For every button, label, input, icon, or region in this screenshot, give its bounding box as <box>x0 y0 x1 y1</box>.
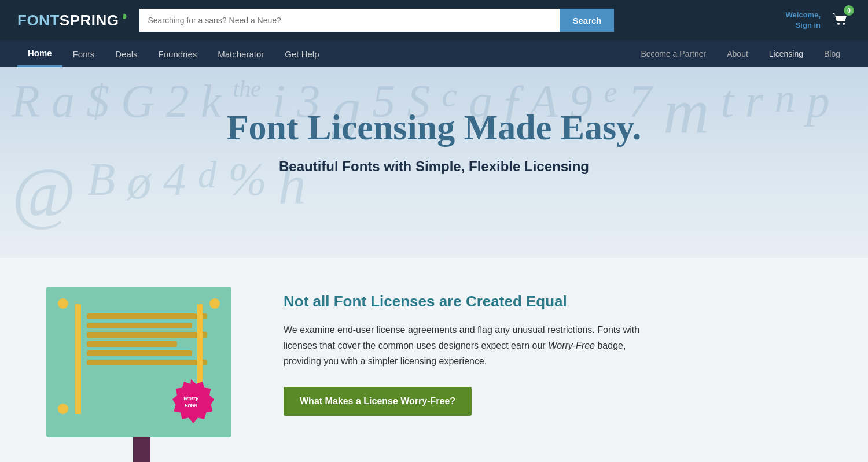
content-body: We examine end-user license agreements a… <box>284 322 642 369</box>
cert-badge-wrapper: Worry Free! <box>168 379 214 426</box>
worry-free-text: Worry-Free <box>548 341 595 350</box>
search-button[interactable]: Search <box>560 9 614 32</box>
nav-item-deals[interactable]: Deals <box>105 40 148 67</box>
nav-item-matcherator[interactable]: Matcherator <box>207 40 274 67</box>
cert-corner-bl <box>58 404 68 414</box>
worry-free-cta-button[interactable]: What Makes a License Worry-Free? <box>284 387 472 416</box>
nav-left: Home Fonts Deals Foundries Matcherator G… <box>17 40 330 67</box>
search-container: Search <box>139 9 614 32</box>
cert-ribbon-area <box>46 437 237 462</box>
cert-ribbon <box>133 437 150 462</box>
nav-item-about[interactable]: About <box>716 40 759 67</box>
nav-item-licensing[interactable]: Licensing <box>759 40 814 67</box>
certificate-illustration: Worry Free! <box>46 287 237 462</box>
content-right: Not all Font Licenses are Created Equal … <box>284 287 822 416</box>
certificate-card: Worry Free! <box>46 287 231 437</box>
nav-bar: Home Fonts Deals Foundries Matcherator G… <box>0 40 868 67</box>
svg-point-1 <box>843 23 845 25</box>
cert-line-2 <box>87 323 192 328</box>
cert-corner-tl <box>58 298 68 309</box>
cert-bar-left <box>75 304 81 414</box>
svg-point-0 <box>837 23 840 25</box>
cert-badge: Worry Free! <box>168 379 214 426</box>
logo-text: FONTSPRING <box>17 12 119 29</box>
content-section: Worry Free! Not all Font Licenses are Cr… <box>0 258 868 462</box>
nav-item-become-partner[interactable]: Become a Partner <box>630 40 716 67</box>
hero-subtitle: Beautiful Fonts with Simple, Flexible Li… <box>17 158 851 175</box>
nav-right: Become a Partner About Licensing Blog <box>630 40 851 67</box>
cert-line-6 <box>87 360 207 365</box>
cert-line-1 <box>87 313 207 319</box>
cert-line-4 <box>87 341 177 347</box>
nav-item-blog[interactable]: Blog <box>814 40 851 67</box>
hero-section: Ra$G2k thei3 g5Sc qfA9 e7m trnp @Bø 4d%h… <box>0 67 868 258</box>
logo[interactable]: FONTSPRING <box>17 12 128 29</box>
logo-leaf-icon <box>120 13 128 21</box>
cert-line-3 <box>87 332 207 338</box>
cart-badge: 0 <box>844 5 854 16</box>
cert-corner-tr <box>209 298 220 309</box>
top-right-area: Welcome, Sign in 0 <box>786 9 851 32</box>
content-heading: Not all Font Licenses are Created Equal <box>284 293 822 311</box>
search-input[interactable] <box>139 9 560 32</box>
nav-item-fonts[interactable]: Fonts <box>62 40 105 67</box>
nav-item-get-help[interactable]: Get Help <box>274 40 329 67</box>
sign-in-link[interactable]: Sign in <box>796 21 821 29</box>
cart-button[interactable]: 0 <box>830 9 851 32</box>
cert-line-5 <box>87 350 192 356</box>
welcome-text: Welcome, Sign in <box>786 10 821 31</box>
hero-title: Font Licensing Made Easy. <box>17 108 851 147</box>
nav-item-foundries[interactable]: Foundries <box>148 40 208 67</box>
nav-item-home[interactable]: Home <box>17 40 62 67</box>
top-bar: FONTSPRING Search Welcome, Sign in 0 <box>0 0 868 40</box>
cert-badge-text: Worry Free! <box>183 396 198 409</box>
